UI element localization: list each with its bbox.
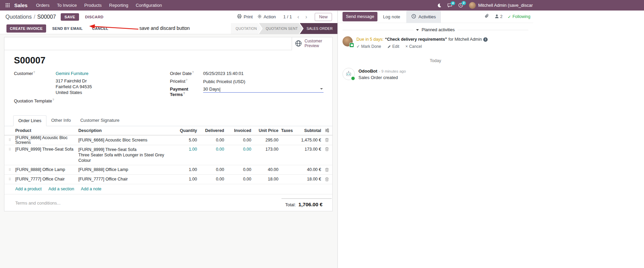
table-row[interactable]: ⠿ [FURN_8888] Office Lamp [FURN_8888] Of… <box>4 165 332 175</box>
chatter-message: OdooBot - 9 minutes ago Sales Order crea… <box>338 67 533 81</box>
order-date-field[interactable]: 05/25/2023 15:40:01 <box>203 71 243 76</box>
customer-preview-button[interactable]: Customer Preview <box>292 37 332 50</box>
cell-quantity: 5.00 <box>176 138 197 142</box>
info-icon[interactable]: i <box>483 37 488 42</box>
optional-columns-icon[interactable] <box>321 128 333 133</box>
table-row[interactable]: ⠿ [FURN_6666] Acoustic Bloc Screens [FUR… <box>4 135 332 145</box>
activity-summary: “Check delivery requirements” <box>385 36 447 42</box>
moon-icon[interactable] <box>437 3 442 8</box>
activities-tab[interactable]: Activities <box>406 11 441 23</box>
new-button[interactable]: New <box>315 13 332 21</box>
col-subtotal: Subtotal <box>292 128 321 133</box>
drag-handle-icon[interactable]: ⠿ <box>4 168 15 172</box>
table-header: Product Description Quantity Delivered I… <box>4 126 332 135</box>
cell-product: [FURN_8999] Three-Seat Sofa <box>15 147 78 152</box>
record-title: S00007 <box>14 55 332 66</box>
tab-customer-signature[interactable]: Customer Signature <box>76 115 124 126</box>
drag-handle-icon[interactable]: ⠿ <box>4 177 15 181</box>
stage-quotation-sent[interactable]: QUOTATION SENT <box>259 23 303 34</box>
breadcrumb: Quotations / S00007 <box>5 14 56 20</box>
form-background: Customer Preview S00007 Customer? Gemini… <box>0 34 337 268</box>
breadcrumb-quotations[interactable]: Quotations <box>5 14 32 20</box>
help-icon: ? <box>192 71 194 74</box>
customer-label: Customer? <box>14 71 56 76</box>
pricelist-field[interactable]: Public Pricelist (USD) <box>203 79 245 84</box>
user-name: Mitchell Admin (save_discar <box>478 3 533 8</box>
menu-orders[interactable]: Orders <box>32 0 53 11</box>
edit-activity-button[interactable]: Edit <box>387 44 399 49</box>
dropdown-caret-icon[interactable] <box>320 88 323 90</box>
send-message-button[interactable]: Send message <box>343 12 377 21</box>
odoobot-avatar <box>343 68 355 80</box>
following-button[interactable]: ✓ Following <box>508 14 530 19</box>
cell-quantity: 1.00 <box>176 147 197 152</box>
activity-due: Due in 5 days: <box>356 36 384 42</box>
discard-button[interactable]: DISCARD <box>82 13 106 21</box>
activities-clock-icon[interactable]: 2 <box>458 3 463 8</box>
menu-products[interactable]: Products <box>80 0 105 11</box>
drag-handle-icon[interactable]: ⠿ <box>4 147 15 151</box>
pager-next-icon[interactable]: › <box>305 14 308 20</box>
delete-row-icon[interactable] <box>321 177 333 181</box>
stage-sales-order[interactable]: SALES ORDER <box>300 23 337 34</box>
tab-other-info[interactable]: Other Info <box>46 115 76 126</box>
cell-invoiced: 0.00 <box>224 138 251 142</box>
followers-button[interactable]: 2 <box>494 14 503 20</box>
drag-handle-icon[interactable]: ⠿ <box>4 138 15 142</box>
delete-row-icon[interactable] <box>321 138 333 142</box>
address-line: 317 Fairchild Dr <box>56 78 170 84</box>
action-label: Action <box>264 14 276 19</box>
customer-preview-label: Customer Preview <box>305 39 329 49</box>
cell-delivered: 0.00 <box>197 138 224 142</box>
cell-subtotal: 173.00 € <box>292 147 321 152</box>
table-row[interactable]: ⠿ [FURN_8999] Three-Seat Sofa [FURN_8999… <box>4 145 332 165</box>
tab-order-lines[interactable]: Order Lines <box>13 115 46 126</box>
add-a-note-link[interactable]: Add a note <box>81 187 101 191</box>
breadcrumb-separator: / <box>34 14 35 20</box>
user-menu[interactable]: Mitchell Admin (save_discar <box>469 2 533 9</box>
apps-grid-icon[interactable] <box>3 0 12 11</box>
customer-value-link[interactable]: Gemini Furniture <box>56 71 89 76</box>
send-by-email-button[interactable]: SEND BY EMAIL <box>49 24 86 33</box>
menu-configuration[interactable]: Configuration <box>132 0 165 11</box>
pager-value: 1 / 1 <box>283 14 292 19</box>
text-cursor <box>220 88 220 92</box>
messages-icon[interactable]: 4 <box>447 3 452 8</box>
stage-quotation[interactable]: QUOTATION <box>231 23 262 34</box>
delete-row-icon[interactable] <box>321 147 333 151</box>
control-panel: Quotations / S00007 SAVE DISCARD Print A… <box>0 11 337 23</box>
cell-description: [FURN_8888] Office Lamp <box>78 167 176 172</box>
attachments-button[interactable] <box>484 14 489 20</box>
terms-placeholder[interactable]: Terms and conditions... <box>15 200 61 206</box>
pager-previous-icon[interactable]: ‹ <box>297 14 300 20</box>
order-lines-table: Product Description Quantity Delivered I… <box>4 126 332 194</box>
mark-done-button[interactable]: ✓Mark Done <box>356 44 381 49</box>
add-a-product-link[interactable]: Add a product <box>15 187 42 191</box>
action-button[interactable]: Action <box>257 14 276 20</box>
create-invoice-button[interactable]: CREATE INVOICE <box>6 24 46 33</box>
col-taxes: Taxes <box>278 128 292 133</box>
followers-count: 2 <box>500 14 503 19</box>
log-note-button[interactable]: Log note <box>383 14 400 19</box>
planned-activities-toggle[interactable]: Planned activities <box>343 27 528 32</box>
activity-item: Due in 5 days: “Check delivery requireme… <box>338 36 533 49</box>
cell-delivered: 0.00 <box>197 147 224 152</box>
save-button[interactable]: SAVE <box>61 13 79 21</box>
message-author: OdooBot <box>358 69 377 74</box>
form-panel: Quotations / S00007 SAVE DISCARD Print A… <box>0 11 337 268</box>
add-a-section-link[interactable]: Add a section <box>48 187 74 191</box>
cancel-activity-button[interactable]: ×Cancel <box>405 44 422 49</box>
menu-to-invoice[interactable]: To Invoice <box>53 0 81 11</box>
planned-activities-label: Planned activities <box>422 27 454 32</box>
delete-row-icon[interactable] <box>321 168 333 172</box>
col-invoiced: Invoiced <box>224 128 251 133</box>
menu-reporting[interactable]: Reporting <box>105 0 132 11</box>
app-name[interactable]: Sales <box>12 2 32 8</box>
cell-quantity: 1.00 <box>176 177 197 181</box>
activity-assignee: for Mitchell Admin <box>448 36 482 42</box>
cell-description: [FURN_7777] Office Chair <box>78 176 176 182</box>
table-row[interactable]: ⠿ [FURN_7777] Office Chair [FURN_7777] O… <box>4 175 332 184</box>
print-button[interactable]: Print <box>237 14 253 20</box>
payment-terms-input[interactable]: 30 Days <box>203 87 324 93</box>
bot-badge-icon <box>351 76 355 80</box>
